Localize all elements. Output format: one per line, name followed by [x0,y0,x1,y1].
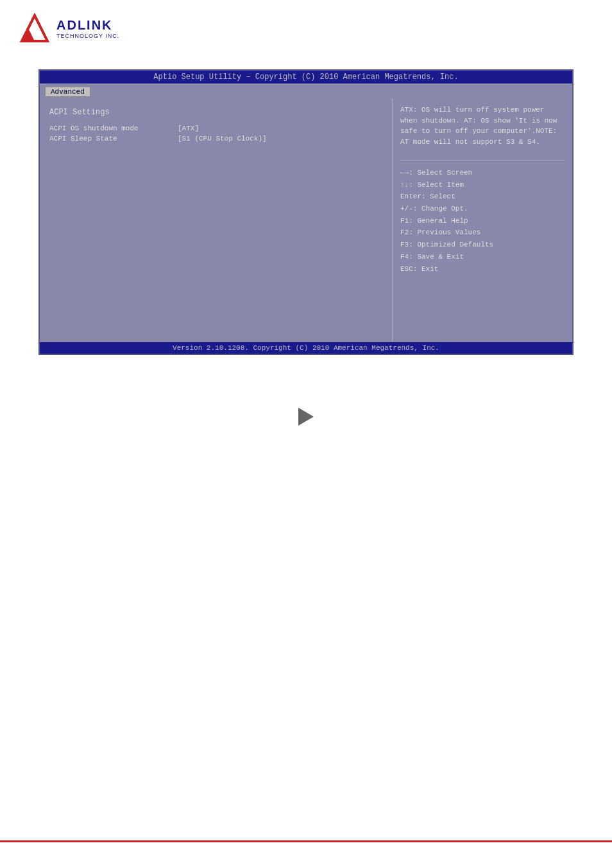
key-f2: F2: Previous Values [400,227,565,239]
play-area [0,368,612,440]
play-button[interactable] [296,406,316,427]
key-select-item: ↑↓: Select Item [400,179,565,191]
bios-footer-text: Version 2.10.1208. Copyright (C) 2010 Am… [173,344,439,352]
play-triangle-icon [298,408,314,426]
bios-content: ACPI Settings ACPI OS shutdown mode [ATX… [40,98,572,342]
key-f4: F4: Save & Exit [400,251,565,263]
logo-text: ADLINK TECHNOLOGY INC. [56,18,119,39]
logo-container: ADLINK TECHNOLOGY INC. [19,13,119,44]
key-select-screen: ←→: Select Screen [400,167,565,179]
bios-tab-advanced[interactable]: Advanced [45,87,90,97]
bios-setting-label-0: ACPI OS shutdown mode [49,125,178,132]
bios-right-panel: ATX: OS will turn off system power when … [393,98,572,342]
key-enter: Enter: Select [400,191,565,203]
key-change-opt: +/-: Change Opt. [400,203,565,215]
bios-section-title: ACPI Settings [49,108,382,117]
bios-keys: ←→: Select Screen ↑↓: Select Item Enter:… [400,167,565,275]
bios-setting-label-1: ACPI Sleep State [49,135,178,143]
bios-tabbar: Advanced [40,83,572,98]
logo-area: ADLINK TECHNOLOGY INC. [0,0,612,56]
logo-adlink: ADLINK [56,18,119,33]
bios-setting-row-1[interactable]: ACPI Sleep State [S1 (CPU Stop Clock)] [49,135,382,143]
bios-titlebar: Aptio Setup Utility – Copyright (C) 2010… [40,71,572,83]
bios-left-panel: ACPI Settings ACPI OS shutdown mode [ATX… [40,98,393,342]
key-f1: F1: General Help [400,215,565,227]
bios-title: Aptio Setup Utility – Copyright (C) 2010… [153,73,458,82]
bottom-red-line [0,840,612,842]
key-f3: F3: Optimized Defaults [400,239,565,251]
bios-footer: Version 2.10.1208. Copyright (C) 2010 Am… [40,342,572,354]
bios-wrapper: Aptio Setup Utility – Copyright (C) 2010… [38,69,574,355]
key-esc: ESC: Exit [400,263,565,275]
logo-sub: TECHNOLOGY INC. [56,33,119,39]
bios-help-text: ATX: OS will turn off system power when … [400,105,565,147]
bios-setting-value-1: [S1 (CPU Stop Clock)] [178,135,267,143]
adlink-logo-icon [19,13,50,44]
bios-setting-row-0[interactable]: ACPI OS shutdown mode [ATX] [49,125,382,132]
bios-divider [400,160,565,161]
bios-setting-value-0: [ATX] [178,125,199,132]
